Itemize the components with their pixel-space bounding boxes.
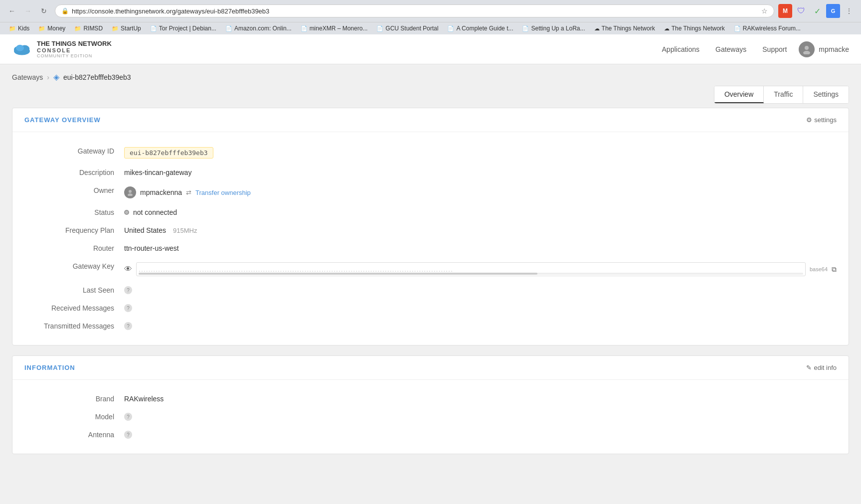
bookmark-ttn1[interactable]: ☁ The Things Network [590, 24, 659, 33]
owner-avatar [124, 186, 136, 198]
gateway-key-scrollbar[interactable] [139, 273, 803, 275]
bookmark-money[interactable]: 📁 Money [34, 24, 69, 33]
settings-link[interactable]: ⚙ settings [806, 116, 837, 124]
info-table: Gateway ID eui-b827ebfffeb39eb3 Descript… [24, 142, 837, 335]
status-indicator [124, 210, 129, 215]
bookmark-label: Tor Project | Debian... [159, 25, 216, 32]
page-icon: 📄 [225, 25, 232, 32]
owner-username: mpmackenna [140, 188, 182, 196]
tab-container: Overview Traffic Settings [714, 86, 849, 104]
page-icon: 📄 [522, 25, 529, 32]
pencil-icon: ✎ [806, 364, 812, 371]
nav-links: Applications Gateways Support [662, 43, 787, 55]
bookmark-guide[interactable]: 📄 A Complete Guide t... [443, 24, 517, 33]
information-title: INFORMATION [24, 364, 75, 371]
edit-info-link[interactable]: ✎ edit info [806, 364, 837, 371]
forward-button[interactable]: → [21, 4, 35, 18]
url-input[interactable] [72, 7, 758, 15]
bookmark-star-icon[interactable]: ☆ [761, 7, 768, 15]
bookmark-minexmr[interactable]: 📄 mineXMR – Monero... [297, 24, 372, 33]
address-bar[interactable]: 🔒 ☆ [55, 4, 774, 17]
extension-btn-4[interactable]: G [826, 4, 840, 18]
gateway-id-value: eui-b827ebfffeb39eb3 [124, 147, 837, 159]
received-messages-row: Received Messages ? [24, 299, 837, 317]
extension-btn-3[interactable]: ✓ [810, 4, 824, 18]
last-seen-help-icon[interactable]: ? [124, 286, 132, 294]
copy-icon[interactable]: ⧉ [832, 265, 837, 274]
bookmark-startup[interactable]: 📁 StartUp [108, 24, 145, 33]
frequency-plan-label: Frequency Plan [24, 226, 124, 234]
antenna-value: ? [124, 431, 837, 439]
bookmark-label: The Things Network [672, 25, 725, 32]
gateway-id-label: Gateway ID [24, 147, 124, 155]
bookmark-gcu[interactable]: 📄 GCU Student Portal [372, 24, 442, 33]
owner-value: mpmackenna ⇄ Transfer ownership [124, 186, 837, 198]
gateway-overview-title: GATEWAY OVERVIEW [24, 116, 101, 124]
frequency-plan-value: United States 915MHz [124, 226, 837, 234]
nav-gateways[interactable]: Gateways [715, 43, 746, 55]
router-value: ttn-router-us-west [124, 244, 837, 252]
back-button[interactable]: ← [5, 4, 19, 18]
transmitted-messages-help-icon[interactable]: ? [124, 322, 132, 330]
received-messages-value: ? [124, 304, 837, 312]
bookmark-ttn2[interactable]: ☁ The Things Network [660, 24, 729, 33]
eye-icon[interactable]: 👁 [124, 265, 132, 274]
bookmark-amazon[interactable]: 📄 Amazon.com: Onlin... [221, 24, 296, 33]
tab-settings[interactable]: Settings [803, 86, 849, 103]
page-icon: ☁ [594, 25, 600, 32]
nav-user: mpmacke [799, 41, 849, 57]
tab-bar: Overview Traffic Settings [0, 86, 861, 104]
router-label: Router [24, 244, 124, 252]
gateway-key-encoding-label: base64 [810, 266, 828, 272]
bookmark-rak[interactable]: 📄 RAKwireless Forum... [730, 24, 805, 33]
tab-traffic[interactable]: Traffic [764, 86, 803, 103]
antenna-help-icon[interactable]: ? [124, 431, 132, 439]
breadcrumb-gateways-link[interactable]: Gateways [12, 73, 43, 81]
bookmarks-bar: 📁 Kids 📁 Money 📁 RIMSD 📁 StartUp 📄 Tor P… [0, 22, 861, 34]
received-messages-help-icon[interactable]: ? [124, 304, 132, 312]
bookmark-lora-setup[interactable]: 📄 Setting Up a LoRa... [518, 24, 589, 33]
nav-applications[interactable]: Applications [662, 43, 700, 55]
breadcrumb-current-page: eui-b827ebfffeb39eb3 [63, 73, 131, 81]
logo-edition-label: COMMUNITY EDITION [37, 53, 112, 58]
information-card: INFORMATION ✎ edit info Brand RAKwireles… [12, 355, 849, 454]
gear-icon: ⚙ [806, 116, 812, 124]
edit-info-label: edit info [814, 364, 837, 371]
bookmark-tor[interactable]: 📄 Tor Project | Debian... [146, 24, 220, 33]
bookmark-rimsd[interactable]: 📁 RIMSD [70, 24, 107, 33]
frequency-plan-mhz: 915MHz [173, 227, 197, 234]
antenna-label: Antenna [24, 431, 124, 439]
description-row: Description mikes-tincan-gateway [24, 164, 837, 181]
reload-button[interactable]: ↻ [37, 4, 51, 18]
model-value: ? [124, 413, 837, 421]
model-help-icon[interactable]: ? [124, 413, 132, 421]
frequency-plan-row: Frequency Plan United States 915MHz [24, 221, 837, 239]
extension-btn-5[interactable]: ⋮ [842, 4, 856, 18]
tab-overview[interactable]: Overview [714, 86, 764, 103]
last-seen-label: Last Seen [24, 286, 124, 294]
gateway-id-row: Gateway ID eui-b827ebfffeb39eb3 [24, 142, 837, 164]
model-row: Model ? [24, 408, 837, 426]
logo-network-label: NETWORK [78, 40, 112, 47]
bookmark-kids[interactable]: 📁 Kids [5, 24, 33, 33]
status-label: Status [24, 208, 124, 216]
nav-support[interactable]: Support [762, 43, 787, 55]
frequency-plan-region: United States [124, 226, 166, 234]
settings-link-label: settings [814, 116, 837, 124]
page-icon: 📄 [150, 25, 157, 32]
logo-console-label: CONSOLE [37, 47, 112, 53]
svg-point-7 [128, 193, 133, 196]
bookmark-label: StartUp [121, 25, 141, 32]
scrollbar-thumb[interactable] [139, 273, 537, 275]
main-content: GATEWAY OVERVIEW ⚙ settings Gateway ID e… [0, 108, 861, 476]
bookmark-label: RIMSD [83, 25, 103, 32]
extension-btn-2[interactable]: 🛡 [794, 4, 808, 18]
transfer-ownership-link[interactable]: Transfer ownership [195, 189, 251, 196]
transmitted-messages-row: Transmitted Messages ? [24, 317, 837, 335]
page-icon: 📄 [447, 25, 454, 32]
page-icon: 📄 [376, 25, 383, 32]
extension-btn-1[interactable]: M [778, 4, 792, 18]
svg-point-4 [805, 46, 809, 50]
transfer-icon: ⇄ [186, 189, 191, 196]
app-container: THE THINGS NETWORK CONSOLE COMMUNITY EDI… [0, 34, 861, 498]
